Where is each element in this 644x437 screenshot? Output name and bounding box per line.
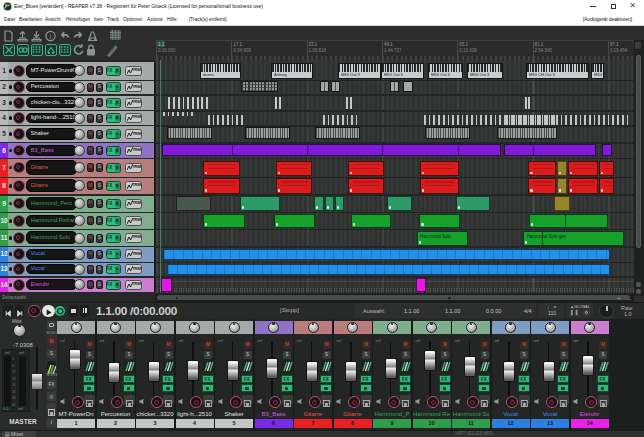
svg-text:i: i (50, 33, 52, 40)
